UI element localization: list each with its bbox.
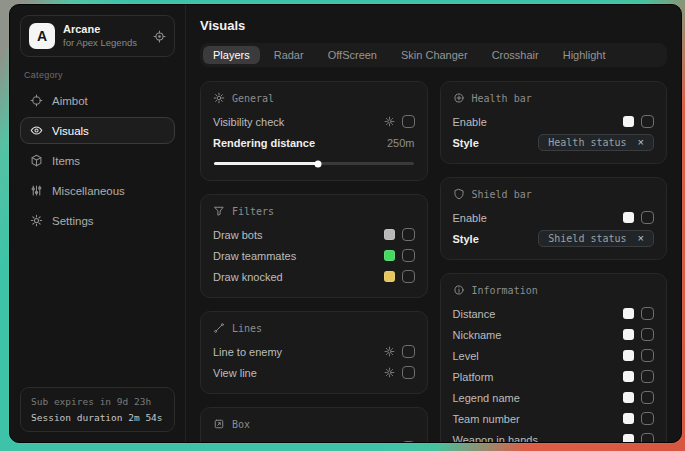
section-title: General [232,93,274,104]
sidebar-item-label: Settings [52,215,94,227]
checkbox[interactable] [402,441,415,443]
row-label: Legend name [453,392,520,404]
color-swatch[interactable] [623,116,634,127]
section-header-box: Box [213,418,415,430]
gear-icon[interactable] [384,367,395,378]
right-column: Health bar Enable Style Health status [440,81,668,443]
sun-icon [213,92,225,104]
slider-knob[interactable] [314,160,321,167]
row-label: Rendering distance [213,137,315,149]
funnel-icon [213,205,225,217]
tab-highlight[interactable]: Highlight [553,46,616,64]
row-distance: Distance [453,303,655,324]
checkbox[interactable] [641,328,654,341]
color-swatch[interactable] [623,392,634,403]
row-legend-name: Legend name [453,387,655,408]
row-platform: Platform [453,366,655,387]
color-swatch[interactable] [384,250,395,261]
gear-icon[interactable] [384,346,395,357]
checkbox[interactable] [641,433,654,443]
tab-offscreen[interactable]: OffScreen [318,46,387,64]
tab-players[interactable]: Players [203,46,260,64]
color-swatch[interactable] [623,371,634,382]
tab-radar[interactable]: Radar [264,46,314,64]
page-title: Visuals [200,18,667,33]
sidebar: A Arcane for Apex Legends Category Aimbo… [10,5,186,442]
color-swatch[interactable] [384,229,395,240]
row-level: Level [453,345,655,366]
sliders-icon [30,184,43,197]
color-swatch[interactable] [384,442,395,443]
section-header-health-bar: Health bar [453,92,655,104]
row-label: Draw knocked [213,271,283,283]
checkbox[interactable] [641,370,654,383]
row-label: Level [453,350,479,362]
row-health-style: Style Health status × [453,132,655,153]
info-icon [453,284,465,296]
color-swatch[interactable] [623,434,634,443]
content-columns: General Visibility check Rendering dista… [200,81,667,443]
color-swatch[interactable] [623,308,634,319]
sidebar-item-miscellaneous[interactable]: Miscellaneous [20,177,175,204]
row-box-enable: Enable [213,437,415,443]
slider-value: 250m [387,137,415,149]
checkbox[interactable] [641,391,654,404]
target-icon[interactable] [153,30,166,43]
checkbox[interactable] [402,228,415,241]
row-shield-style: Style Shield status × [453,228,655,249]
sidebar-item-settings[interactable]: Settings [20,207,175,234]
tab-crosshair[interactable]: Crosshair [482,46,549,64]
row-label: Platform [453,371,494,383]
color-swatch[interactable] [384,271,395,282]
tab-skin-changer[interactable]: Skin Changer [391,46,478,64]
section-header-information: Information [453,284,655,296]
box-icon [213,418,225,430]
rendering-distance-slider[interactable] [214,162,414,165]
section-title: Information [472,285,538,296]
remove-icon[interactable]: × [638,137,644,148]
row-line-to-enemy: Line to enemy [213,341,415,362]
sidebar-item-label: Items [52,155,80,167]
checkbox[interactable] [641,349,654,362]
section-header-general: General [213,92,415,104]
remove-icon[interactable]: × [638,233,644,244]
section-title: Box [232,419,250,430]
row-label: Style [453,233,479,245]
gear-icon[interactable] [384,116,395,127]
checkbox[interactable] [641,115,654,128]
sidebar-item-visuals[interactable]: Visuals [20,117,175,144]
checkbox[interactable] [641,307,654,320]
row-label: Team number [453,413,520,425]
checkbox[interactable] [641,211,654,224]
sidebar-item-items[interactable]: Items [20,147,175,174]
row-team-number: Team number [453,408,655,429]
sidebar-item-aimbot[interactable]: Aimbot [20,87,175,114]
checkbox[interactable] [402,249,415,262]
left-column: General Visibility check Rendering dista… [200,81,428,443]
row-label: Draw teammates [213,250,296,262]
section-title: Lines [232,323,262,334]
brand-logo: A [29,23,55,49]
package-icon [30,154,43,167]
color-swatch[interactable] [623,350,634,361]
app-window: A Arcane for Apex Legends Category Aimbo… [9,4,682,443]
style-select[interactable]: Shield status × [538,230,654,247]
checkbox[interactable] [402,115,415,128]
row-rendering-distance: Rendering distance 250m [213,132,415,153]
color-swatch[interactable] [623,413,634,424]
brand-card: A Arcane for Apex Legends [20,15,175,57]
row-label: Style [453,137,479,149]
subscription-card: Sub expires in 9d 23h Session duration 2… [20,387,175,432]
color-swatch[interactable] [623,329,634,340]
section-title: Filters [232,206,274,217]
color-swatch[interactable] [623,212,634,223]
shield-icon [453,188,465,200]
style-select[interactable]: Health status × [538,134,654,151]
checkbox[interactable] [402,345,415,358]
checkbox[interactable] [641,412,654,425]
checkbox[interactable] [402,366,415,379]
row-label: Distance [453,308,496,320]
row-label: Enable [213,442,247,444]
row-nickname: Nickname [453,324,655,345]
checkbox[interactable] [402,270,415,283]
